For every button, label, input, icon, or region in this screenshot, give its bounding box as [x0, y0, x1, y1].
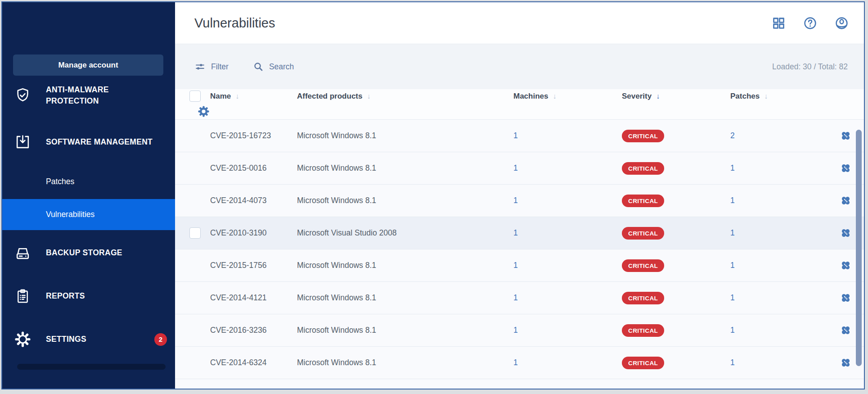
patch-icon[interactable] — [839, 356, 852, 369]
sidebar-item-vulnerabilities[interactable]: Vulnerabilities — [2, 199, 175, 230]
table-body: CVE-2015-16723 Microsoft Windows 8.1 1 C… — [175, 120, 864, 389]
table-row[interactable]: CVE-2015-0016 Microsoft Windows 8.1 1 CR… — [175, 152, 864, 185]
table-settings-gear-icon[interactable] — [197, 105, 210, 118]
clipboard-report-icon — [14, 288, 31, 305]
header-icons — [772, 16, 849, 30]
table-row[interactable]: CVE-2014-4073 Microsoft Windows 8.1 1 CR… — [175, 185, 864, 217]
sidebar-item-patches[interactable]: Patches — [2, 176, 175, 188]
cve-name: CVE-2010-3190 — [210, 228, 297, 238]
column-label: Affected products — [297, 92, 362, 101]
severity-badge: CRITICAL — [622, 195, 664, 207]
affected-product: Microsoft Windows 8.1 — [297, 293, 513, 303]
help-icon[interactable] — [803, 16, 817, 30]
affected-product: Microsoft Visual Studio 2008 — [297, 228, 513, 238]
vertical-scrollbar-thumb[interactable] — [856, 130, 862, 366]
page-title: Vulnerabilities — [194, 16, 275, 31]
sidebar-item-settings[interactable]: SETTINGS 2 — [2, 327, 175, 352]
manage-account-button[interactable]: Manage account — [13, 54, 163, 76]
loaded-total-counter: Loaded: 30 / Total: 82 — [772, 62, 848, 72]
patches-link[interactable]: 1 — [730, 326, 837, 335]
sidebar-item-software-management[interactable]: SOFTWARE MANAGEMENT — [2, 130, 175, 154]
sidebar-item-reports[interactable]: REPORTS — [2, 284, 175, 308]
search-label: Search — [269, 62, 294, 72]
table-row[interactable]: CVE-2016-3236 Microsoft Windows 8.1 1 CR… — [175, 314, 864, 347]
table-row[interactable]: CVE-2010-3190 Microsoft Visual Studio 20… — [175, 217, 864, 249]
row-checkbox[interactable] — [189, 227, 201, 239]
cve-name: CVE-2015-16723 — [210, 131, 297, 140]
column-header-machines[interactable]: Machines ↓ — [513, 92, 622, 101]
machines-link[interactable]: 1 — [513, 131, 622, 140]
patches-link[interactable]: 1 — [730, 163, 837, 173]
sidebar-item-backup-storage[interactable]: BACKUP STORAGE — [2, 241, 175, 265]
column-header-severity[interactable]: Severity ↓ — [622, 92, 730, 101]
severity-badge: CRITICAL — [622, 130, 664, 142]
sidebar-horizontal-scrollbar[interactable] — [17, 364, 166, 370]
machines-link[interactable]: 1 — [513, 293, 622, 303]
table-row[interactable]: CVE-2015-1756 Microsoft Windows 8.1 1 CR… — [175, 249, 864, 282]
apps-grid-icon[interactable] — [772, 16, 786, 30]
column-label: Patches — [730, 92, 760, 101]
table-row[interactable]: CRITICAL — [175, 379, 864, 389]
machines-link[interactable]: 1 — [513, 196, 622, 205]
machines-link[interactable]: 1 — [513, 358, 622, 367]
column-header-name[interactable]: Name ↓ — [210, 92, 297, 101]
sidebar-item-anti-malware-protection[interactable]: ANTI-MALWARE PROTECTION — [2, 85, 175, 110]
column-header-affected-products[interactable]: Affected products ↓ — [297, 92, 513, 101]
machines-link[interactable]: 1 — [513, 163, 622, 173]
patches-link[interactable]: 1 — [730, 293, 837, 303]
cve-name: CVE-2014-4073 — [210, 196, 297, 205]
patch-icon[interactable] — [839, 194, 852, 207]
patch-icon[interactable] — [839, 291, 852, 304]
toolbar: Filter Search Loaded: 30 / Total: 82 — [175, 44, 864, 89]
patch-icon[interactable] — [839, 259, 852, 272]
affected-product: Microsoft Windows 8.1 — [297, 261, 513, 270]
machines-link[interactable]: 1 — [513, 326, 622, 335]
sidebar-nav: ANTI-MALWARE PROTECTION SOFTWARE MANAGEM… — [2, 85, 175, 389]
cve-name: CVE-2015-0016 — [210, 163, 297, 173]
shield-check-icon — [14, 87, 31, 104]
severity-badge: CRITICAL — [622, 324, 664, 337]
machines-link[interactable]: 1 — [513, 228, 622, 238]
patches-link[interactable]: 1 — [730, 196, 837, 205]
cve-name: CVE-2016-3236 — [210, 326, 297, 335]
patch-icon[interactable] — [839, 324, 852, 337]
filter-label: Filter — [211, 62, 229, 72]
sort-arrow-icon[interactable]: ↓ — [553, 92, 556, 100]
patch-icon[interactable] — [839, 129, 852, 142]
severity-badge: CRITICAL — [622, 259, 664, 272]
patch-icon[interactable] — [839, 226, 852, 240]
patch-icon[interactable] — [839, 162, 852, 175]
search-icon — [253, 61, 264, 72]
severity-badge: CRITICAL — [622, 162, 664, 175]
sidebar-item-label: REPORTS — [46, 290, 85, 302]
affected-product: Microsoft Windows 8.1 — [297, 326, 513, 335]
affected-product: Microsoft Windows 8.1 — [297, 163, 513, 173]
sort-arrow-icon[interactable]: ↓ — [235, 92, 239, 100]
sort-arrow-icon[interactable]: ↓ — [367, 92, 370, 100]
patches-link[interactable]: 2 — [730, 131, 837, 140]
patches-link[interactable]: 1 — [730, 261, 837, 270]
table-row[interactable]: CVE-2014-4121 Microsoft Windows 8.1 1 CR… — [175, 282, 864, 314]
account-icon[interactable] — [835, 16, 849, 30]
cve-name: CVE-2014-4121 — [210, 293, 297, 303]
sidebar-item-label: BACKUP STORAGE — [46, 247, 122, 258]
table-row[interactable]: CVE-2015-16723 Microsoft Windows 8.1 1 C… — [175, 120, 864, 152]
select-all-checkbox[interactable] — [189, 91, 201, 102]
column-header-patches[interactable]: Patches ↓ — [730, 92, 837, 101]
filter-icon — [194, 61, 206, 72]
sidebar: Manage account ANTI-MALWARE PROTECTION — [2, 2, 175, 389]
severity-badge: CRITICAL — [622, 227, 664, 240]
filter-button[interactable]: Filter — [194, 61, 229, 72]
column-label: Severity — [622, 92, 652, 101]
search-button[interactable]: Search — [253, 61, 294, 72]
patches-link[interactable]: 1 — [730, 228, 837, 238]
severity-badge: CRITICAL — [622, 292, 664, 304]
patches-link[interactable]: 1 — [730, 358, 837, 367]
machines-link[interactable]: 1 — [513, 261, 622, 270]
affected-product: Microsoft Windows 8.1 — [297, 196, 513, 205]
gear-icon — [14, 331, 31, 348]
table-row[interactable]: CVE-2014-6324 Microsoft Windows 8.1 1 CR… — [175, 347, 864, 379]
sort-arrow-icon[interactable]: ↓ — [764, 92, 768, 100]
sort-arrow-icon-active[interactable]: ↓ — [656, 92, 660, 100]
sidebar-item-label: SETTINGS — [46, 334, 86, 345]
